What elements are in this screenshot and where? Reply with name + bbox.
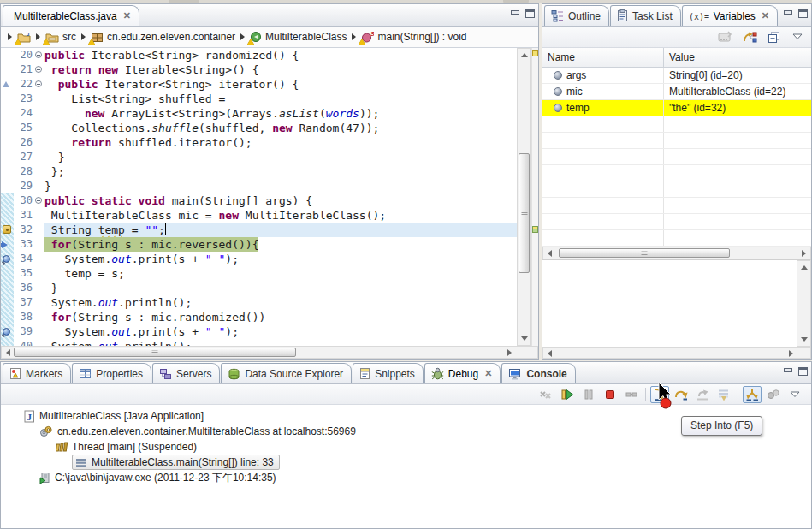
tab-console[interactable]: Console	[501, 363, 575, 383]
quickdiff-changed-marker[interactable]	[1, 193, 14, 208]
breadcrumb-item-multiiterableclass[interactable]: MultiIterableClass	[250, 31, 347, 43]
breakpoint-icon[interactable]	[3, 328, 10, 336]
code-line-34[interactable]: 34 System.out.print(s + " ");	[1, 252, 517, 266]
code-line-20[interactable]: 20public Iterable<String> randomized() {	[1, 48, 517, 62]
maximize-icon[interactable]	[525, 9, 535, 18]
code-text[interactable]: System.out.println();	[44, 339, 517, 346]
editor-vertical-scrollbar[interactable]	[517, 48, 531, 346]
tab-data-source-explorer[interactable]: Data Source Explorer	[221, 363, 352, 383]
code-line-29[interactable]: 29}	[1, 179, 517, 193]
close-icon[interactable]: ✕	[123, 10, 131, 21]
tab-outline[interactable]: Outline	[544, 5, 609, 26]
variables-horizontal-scrollbar[interactable]	[542, 247, 811, 259]
close-icon[interactable]: ✕	[484, 368, 492, 379]
code-text[interactable]: new ArrayList<String>(Arrays.asList(word…	[44, 106, 517, 121]
marker-bar[interactable]	[1, 48, 14, 62]
variables-detail-pane[interactable]	[542, 259, 811, 347]
code-text[interactable]: return new Iterable<String>() {	[44, 62, 517, 77]
maximize-icon[interactable]	[798, 9, 808, 18]
code-line-36[interactable]: 36 }	[1, 281, 517, 295]
quickdiff-changed-marker[interactable]	[1, 223, 14, 237]
code-text[interactable]: public static void main(String[] args) {	[44, 193, 517, 208]
code-line-26[interactable]: 26 return shuffled.iterator();	[1, 135, 517, 150]
code-text[interactable]: return shuffled.iterator();	[44, 135, 517, 150]
show-logical-structure-button[interactable]	[740, 28, 759, 45]
debug-view-extra-button[interactable]	[764, 386, 783, 403]
code-text[interactable]: };	[44, 164, 517, 179]
code-line-30[interactable]: 30public static void main(String[] args)…	[1, 193, 517, 208]
view-menu-button[interactable]	[785, 386, 804, 403]
collapse-all-button[interactable]	[764, 28, 783, 45]
code-text[interactable]: temp = s;	[44, 266, 517, 281]
detail-horizontal-scrollbar[interactable]	[542, 347, 811, 359]
overview-ruler[interactable]	[531, 48, 538, 346]
tab-servers[interactable]: Servers	[152, 363, 220, 383]
step-return-button[interactable]	[693, 386, 712, 403]
selected-stack-frame[interactable]: MultiIterableClass.main(String[]) line: …	[72, 455, 280, 470]
code-text[interactable]: for(String s : mic.randomized())	[44, 310, 517, 324]
quickdiff-changed-marker[interactable]	[1, 310, 14, 324]
code-line-32[interactable]: 32 String temp = "";	[1, 223, 517, 237]
code-line-25[interactable]: 25 Collections.shuffle(shuffled, new Ran…	[1, 121, 517, 135]
quickdiff-changed-marker[interactable]	[1, 295, 14, 310]
collapse-icon[interactable]	[35, 51, 42, 58]
maximize-icon[interactable]	[798, 367, 808, 376]
fold-column[interactable]	[34, 48, 44, 62]
tab-variables[interactable]: (x)=Variables✕	[682, 5, 778, 26]
close-icon[interactable]: ✕	[762, 10, 769, 21]
collapse-icon[interactable]	[35, 66, 42, 73]
quickdiff-changed-marker[interactable]	[1, 208, 14, 223]
marker-bar[interactable]	[1, 150, 14, 164]
code-line-22[interactable]: 22 public Iterator<String> iterator() {	[1, 77, 517, 92]
code-text[interactable]: }	[44, 281, 517, 295]
breadcrumb-item[interactable]: J	[17, 32, 31, 43]
code-line-37[interactable]: 37 System.out.println();	[1, 295, 517, 310]
tab-properties[interactable]: Properties	[72, 363, 151, 383]
code-line-28[interactable]: 28 };	[1, 164, 517, 179]
code-text[interactable]: System.out.println();	[44, 295, 517, 310]
marker-bar[interactable]	[1, 92, 14, 106]
quickdiff-changed-marker[interactable]	[1, 281, 14, 295]
quickdiff-changed-marker[interactable]	[1, 339, 14, 346]
code-text[interactable]: System.out.print(s + " ");	[44, 252, 517, 266]
tab-markers[interactable]: Markers	[3, 363, 71, 383]
code-text[interactable]: String temp = "";	[44, 223, 517, 237]
code-editor[interactable]: 20public Iterable<String> randomized() {…	[1, 48, 517, 346]
view-menu-button[interactable]	[788, 28, 807, 45]
detail-vertical-scrollbar[interactable]	[797, 260, 811, 347]
code-line-23[interactable]: 23 List<String> shuffled =	[1, 92, 517, 106]
fold-column[interactable]	[34, 77, 44, 92]
editor-horizontal-scrollbar[interactable]	[1, 346, 538, 359]
collapse-icon[interactable]	[35, 197, 42, 204]
collapse-icon[interactable]	[35, 80, 42, 87]
minimize-icon[interactable]	[783, 9, 792, 18]
breadcrumb-item-main-string-void[interactable]: Smain(String[]) : void	[361, 31, 466, 43]
marker-bar[interactable]	[1, 62, 14, 77]
variable-row-mic[interactable]: micMultiIterableClass (id=22)	[542, 84, 811, 100]
disconnect-button[interactable]	[622, 386, 641, 403]
debug-tree-item[interactable]: C:\java\bin\javaw.exe (2011-12-23 下午10:1…	[1, 470, 811, 485]
quickdiff-changed-marker[interactable]	[1, 252, 14, 266]
code-line-27[interactable]: 27 }	[1, 150, 517, 164]
use-step-filters-button[interactable]	[743, 386, 762, 403]
breadcrumb-item-src[interactable]: src	[45, 31, 76, 43]
code-line-40[interactable]: 40 System.out.println();	[1, 339, 517, 346]
code-text[interactable]: public Iterator<String> iterator() {	[44, 77, 517, 92]
code-text[interactable]: Collections.shuffle(shuffled, new Random…	[44, 121, 517, 135]
tab-multiiterableclass-java[interactable]: MultiIterableClass.java ✕	[3, 5, 139, 26]
debug-tree-item[interactable]: Thread [main] (Suspended)	[1, 439, 811, 455]
suspend-button[interactable]	[579, 386, 598, 403]
code-text[interactable]: System.out.print(s + " ");	[44, 324, 517, 339]
fold-column[interactable]	[34, 193, 44, 208]
tab-debug[interactable]: Debug✕	[424, 363, 501, 383]
marker-bar[interactable]	[1, 164, 14, 179]
tab-snippets[interactable]: Snippets	[353, 363, 424, 383]
variables-table-header[interactable]: Name Value	[542, 48, 811, 68]
code-line-33[interactable]: 33 for(String s : mic.reversed()){	[1, 237, 517, 252]
fold-column[interactable]	[34, 62, 44, 77]
code-line-24[interactable]: 24 new ArrayList<String>(Arrays.asList(w…	[1, 106, 517, 121]
quickdiff-changed-marker[interactable]	[1, 266, 14, 281]
variable-row-temp[interactable]: temp"the" (id=32)	[542, 100, 811, 116]
code-line-35[interactable]: 35 temp = s;	[1, 266, 517, 281]
code-text[interactable]: for(String s : mic.reversed()){	[44, 237, 517, 252]
